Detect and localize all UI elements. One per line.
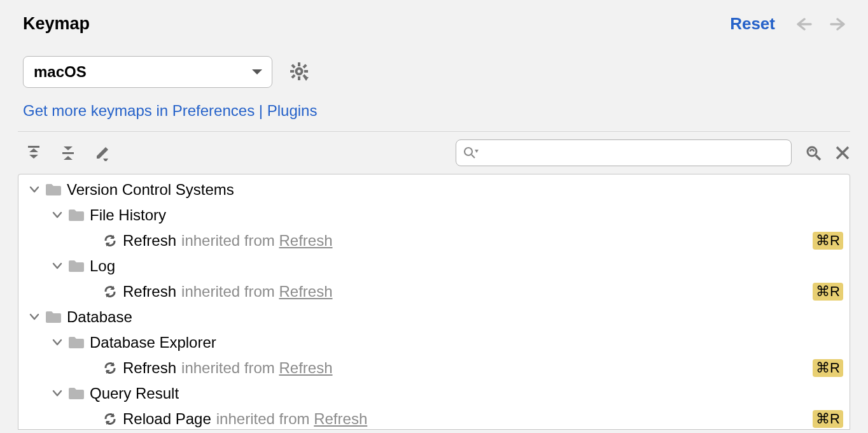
shortcut-badge: ⌘R [813, 410, 843, 428]
svg-line-14 [816, 155, 820, 160]
inherited-text: inherited from Refresh [181, 283, 332, 301]
refresh-icon [102, 233, 118, 248]
action-db-explorer-refresh[interactable]: Refresh inherited from Refresh ⌘R [18, 355, 850, 381]
svg-rect-2 [298, 76, 300, 80]
folder-icon [45, 183, 62, 197]
action-label: Refresh [123, 283, 176, 301]
inherited-link[interactable]: Refresh [279, 283, 332, 300]
chevron-down-icon [27, 186, 41, 194]
keymap-toolbar [0, 132, 868, 174]
back-arrow-icon[interactable] [793, 17, 812, 32]
inherited-link[interactable]: Refresh [279, 359, 332, 376]
inherited-link[interactable]: Refresh [314, 410, 367, 427]
tree-node-label: Version Control Systems [67, 181, 234, 199]
svg-rect-7 [291, 74, 295, 78]
edit-icon[interactable] [94, 145, 111, 161]
svg-rect-9 [28, 146, 39, 148]
folder-icon [68, 208, 85, 222]
tree-node-label: Log [90, 257, 115, 275]
keymap-dropdown[interactable]: macOS [23, 56, 272, 88]
action-file-history-refresh[interactable]: Refresh inherited from Refresh ⌘R [18, 228, 850, 253]
svg-rect-3 [290, 70, 294, 73]
inherited-text: inherited from Refresh [216, 410, 367, 428]
get-more-keymaps-link[interactable]: Get more keymaps in Preferences | Plugin… [0, 88, 868, 131]
tree-node-log[interactable]: Log [18, 253, 850, 279]
folder-icon [68, 259, 85, 273]
find-by-shortcut-icon[interactable] [804, 144, 822, 162]
folder-icon [45, 310, 62, 324]
inherited-text: inherited from Refresh [181, 359, 332, 377]
tree-node-vcs[interactable]: Version Control Systems [18, 177, 850, 202]
tree-node-label: File History [90, 206, 166, 224]
search-input[interactable] [483, 145, 785, 161]
tree-node-label: Query Result [90, 385, 179, 402]
search-input-container[interactable] [456, 139, 792, 166]
page-title: Keymap [23, 14, 90, 34]
action-reload-page[interactable]: Reload Page inherited from Refresh ⌘R [18, 406, 850, 430]
forward-arrow-icon[interactable] [830, 17, 849, 32]
close-icon[interactable] [835, 145, 850, 160]
action-label: Reload Page [123, 410, 211, 428]
inherited-text: inherited from Refresh [181, 232, 332, 250]
action-log-refresh[interactable]: Refresh inherited from Refresh ⌘R [18, 279, 850, 304]
action-label: Refresh [123, 232, 176, 250]
shortcut-badge: ⌘R [813, 232, 843, 250]
folder-icon [68, 336, 85, 350]
tree-node-db-explorer[interactable]: Database Explorer [18, 330, 850, 355]
reset-button[interactable]: Reset [730, 14, 775, 34]
tree-node-query-result[interactable]: Query Result [18, 381, 850, 406]
chevron-down-icon [50, 211, 64, 219]
chevron-down-icon [251, 68, 263, 76]
tree-node-label: Database Explorer [90, 334, 216, 351]
svg-line-12 [472, 155, 475, 158]
tree-node-label: Database [67, 308, 132, 326]
shortcut-badge: ⌘R [813, 359, 843, 377]
svg-rect-5 [291, 64, 295, 68]
chevron-down-icon [27, 313, 41, 321]
svg-rect-1 [298, 62, 300, 66]
refresh-icon [102, 284, 118, 299]
chevron-down-icon [50, 339, 64, 346]
keymap-dropdown-value: macOS [34, 63, 87, 81]
chevron-down-icon [50, 390, 64, 397]
svg-point-13 [808, 147, 816, 156]
svg-rect-4 [304, 70, 308, 73]
svg-point-11 [465, 148, 472, 155]
folder-icon [68, 387, 85, 401]
keymap-selector-row: macOS [0, 34, 868, 88]
keymap-tree: Version Control Systems File History Ref… [18, 174, 850, 430]
refresh-icon [102, 411, 118, 427]
svg-rect-10 [62, 152, 74, 154]
collapse-all-icon[interactable] [60, 145, 76, 161]
action-label: Refresh [123, 359, 176, 377]
gear-icon[interactable] [290, 62, 309, 82]
expand-all-icon[interactable] [25, 145, 42, 161]
tree-node-database[interactable]: Database [18, 304, 850, 330]
svg-rect-6 [302, 64, 307, 68]
chevron-down-icon [50, 262, 64, 270]
settings-header: Keymap Reset [0, 0, 868, 34]
svg-point-0 [297, 69, 302, 75]
shortcut-badge: ⌘R [813, 283, 843, 301]
inherited-link[interactable]: Refresh [279, 232, 332, 249]
refresh-icon [102, 360, 118, 376]
tree-node-file-history[interactable]: File History [18, 202, 850, 228]
search-icon [463, 146, 483, 160]
